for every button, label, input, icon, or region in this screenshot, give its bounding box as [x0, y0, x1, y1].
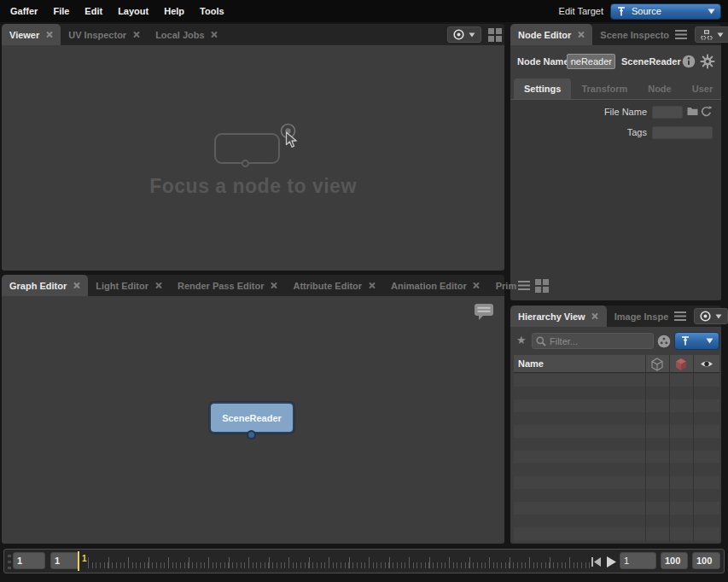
- hierarchy-view-panel: Hierarchy View Image Inspe ★: [510, 306, 721, 544]
- tab-label: Node Editor: [518, 30, 571, 40]
- scene-reader-node[interactable]: SceneReader: [209, 402, 294, 434]
- close-icon[interactable]: [368, 282, 376, 289]
- layout-grid-icon[interactable]: [488, 28, 502, 42]
- annotation-bubble-icon[interactable]: [474, 303, 494, 324]
- file-name-input[interactable]: [652, 106, 683, 119]
- filter-options-icon[interactable]: [657, 335, 671, 352]
- hierarchy-follow-menu-button[interactable]: [694, 308, 728, 324]
- layout-grid-icon[interactable]: [535, 279, 549, 293]
- menu-gaffer[interactable]: Gaffer: [10, 6, 38, 16]
- graph-editor-body[interactable]: SceneReader: [2, 296, 504, 544]
- tab-primitive-inspector[interactable]: Prim: [488, 275, 518, 296]
- folder-icon[interactable]: [687, 107, 698, 116]
- menu-edit[interactable]: Edit: [84, 6, 102, 16]
- viewer-body[interactable]: Focus a node to view: [2, 45, 504, 271]
- tab-graph-editor[interactable]: Graph Editor: [2, 275, 88, 296]
- info-icon[interactable]: [682, 55, 696, 68]
- tab-uv-inspector[interactable]: UV Inspector: [61, 24, 148, 45]
- tab-node-editor[interactable]: Node Editor: [510, 24, 592, 45]
- timeline-drag-handle[interactable]: [8, 555, 11, 569]
- tab-label: UV Inspector: [68, 30, 126, 40]
- viewer-tabbar: Viewer UV Inspector Local Jobs: [2, 24, 504, 45]
- timeline-current-frame-input[interactable]: [50, 552, 79, 569]
- subtab-user[interactable]: User: [682, 79, 723, 99]
- tab-render-pass-editor[interactable]: Render Pass Editor: [170, 275, 285, 296]
- node-name-input[interactable]: [567, 54, 615, 69]
- close-icon[interactable]: [154, 282, 162, 289]
- name-column-header[interactable]: Name: [514, 358, 544, 369]
- column-divider: [693, 355, 694, 542]
- chevron-down-icon: [706, 338, 713, 344]
- menu-tools[interactable]: Tools: [200, 6, 224, 16]
- timeline-range-start-input[interactable]: [13, 552, 45, 569]
- star-icon[interactable]: ★: [516, 334, 527, 346]
- menu-help[interactable]: Help: [164, 6, 184, 16]
- tab-attribute-editor[interactable]: Attribute Editor: [285, 275, 383, 296]
- tab-label: Scene Inspecto: [600, 30, 669, 40]
- menu-file[interactable]: File: [53, 6, 69, 16]
- node-editor-panel: Node Editor Scene Inspecto Node Name Sce…: [510, 24, 721, 300]
- close-icon[interactable]: [577, 31, 585, 38]
- hierarchy-table-rows[interactable]: [514, 374, 719, 542]
- hierarchy-tabbar: Hierarchy View Image Inspe: [510, 306, 721, 327]
- tab-image-inspector[interactable]: Image Inspe: [607, 306, 695, 327]
- visibility-eye-icon[interactable]: [700, 359, 713, 369]
- tab-animation-editor[interactable]: Animation Editor: [383, 275, 488, 296]
- tab-menu-icon[interactable]: [675, 30, 687, 39]
- tab-label: Image Inspe: [614, 311, 669, 322]
- tab-viewer[interactable]: Viewer: [2, 24, 61, 45]
- skip-to-start-icon[interactable]: [591, 557, 601, 567]
- target-icon: [453, 29, 464, 40]
- edit-target-group: Edit Target Source: [559, 3, 721, 20]
- node-editor-tabbar: Node Editor Scene Inspecto: [510, 24, 721, 45]
- close-icon[interactable]: [73, 282, 80, 289]
- tab-local-jobs[interactable]: Local Jobs: [148, 24, 225, 45]
- tab-light-editor[interactable]: Light Editor: [88, 275, 170, 296]
- tab-label: Viewer: [9, 30, 39, 40]
- tab-label: Render Pass Editor: [178, 281, 264, 291]
- subtab-transform[interactable]: Transform: [571, 79, 638, 99]
- bound-cube-icon[interactable]: [650, 358, 664, 371]
- subtab-settings[interactable]: Settings: [514, 79, 571, 99]
- close-icon[interactable]: [132, 31, 140, 38]
- play-icon[interactable]: [607, 556, 616, 567]
- close-icon[interactable]: [45, 31, 53, 38]
- viewer-follow-menu-button[interactable]: [447, 26, 481, 43]
- tab-label: Hierarchy View: [518, 311, 585, 322]
- menu-layout[interactable]: Layout: [118, 6, 149, 16]
- tab-menu-icon[interactable]: [518, 281, 530, 290]
- timeline-range-end-input[interactable]: [661, 552, 688, 569]
- ghost-node-plug: [242, 160, 249, 167]
- pin-icon: [680, 335, 690, 346]
- gear-icon[interactable]: [700, 54, 715, 69]
- tab-menu-icon[interactable]: [674, 311, 686, 321]
- scene-reader-output-plug[interactable]: [247, 430, 256, 439]
- viewer-empty-message: Focus a node to view: [2, 175, 504, 198]
- tab-scene-inspector[interactable]: Scene Inspecto: [592, 24, 695, 45]
- refresh-icon[interactable]: [701, 106, 712, 117]
- tags-input[interactable]: [652, 126, 713, 139]
- filter-input[interactable]: [550, 336, 649, 346]
- timeline-max-input[interactable]: [692, 552, 720, 569]
- menu-bar: Gaffer File Edit Layout Help Tools Edit …: [0, 0, 728, 22]
- close-icon[interactable]: [591, 312, 599, 320]
- playhead-marker[interactable]: [78, 551, 79, 571]
- node-editor-follow-menu-button[interactable]: [695, 26, 728, 43]
- timeline-frame-input[interactable]: [620, 552, 656, 569]
- close-icon[interactable]: [270, 282, 277, 289]
- node-graph-icon: [701, 30, 713, 40]
- subtab-node[interactable]: Node: [638, 79, 682, 99]
- search-icon: [536, 336, 546, 346]
- graph-editor-tabbar: Graph Editor Light Editor Render Pass Ed…: [2, 275, 504, 296]
- tab-label: Graph Editor: [9, 281, 67, 291]
- hierarchy-filter-row: ★: [510, 330, 721, 352]
- hierarchy-table: Name: [514, 355, 719, 542]
- hierarchy-pin-dropdown[interactable]: [674, 332, 719, 350]
- close-icon[interactable]: [211, 31, 218, 38]
- edit-target-dropdown[interactable]: Source: [610, 3, 721, 20]
- geometry-cube-icon[interactable]: [674, 358, 688, 371]
- tab-hierarchy-view[interactable]: Hierarchy View: [510, 306, 607, 327]
- tags-label: Tags: [545, 127, 647, 137]
- gaffer-window: Gaffer File Edit Layout Help Tools Edit …: [0, 0, 728, 582]
- close-icon[interactable]: [473, 282, 480, 289]
